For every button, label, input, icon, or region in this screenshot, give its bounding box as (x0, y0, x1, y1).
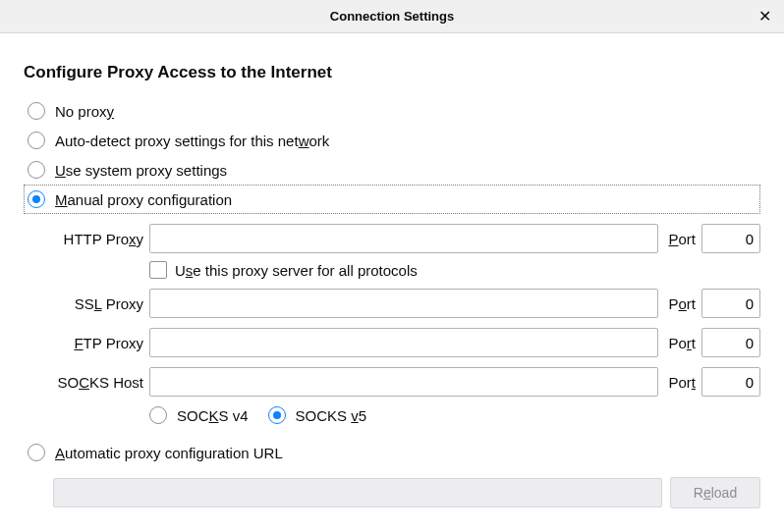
ssl-port-input[interactable] (701, 289, 760, 318)
dialog-content: Configure Proxy Access to the Internet N… (0, 33, 784, 520)
section-heading: Configure Proxy Access to the Internet (24, 63, 760, 82)
checkbox-icon (149, 261, 167, 279)
ftp-proxy-input[interactable] (149, 328, 658, 357)
radio-socks-v4[interactable]: SOCKS v4 (149, 406, 249, 424)
socks-host-label: SOCKS Host (53, 374, 143, 391)
radio-auto-detect[interactable]: Auto-detect proxy settings for this netw… (24, 126, 760, 155)
pac-row: Reload (53, 477, 760, 508)
radio-icon (28, 102, 45, 120)
radio-system-proxy[interactable]: Use system proxy settings (24, 155, 760, 185)
radio-auto-config-url[interactable]: Automatic proxy configuration URL (24, 438, 760, 467)
radio-no-proxy[interactable]: No proxy (24, 96, 760, 126)
ssl-port-label: Port (668, 295, 696, 312)
radio-label-manual-proxy: Manual proxy configuration (55, 191, 232, 208)
dialog-title: Connection Settings (330, 9, 454, 24)
socks-port-input[interactable] (701, 367, 760, 397)
socks-v4-label: SOCKS v4 (177, 407, 249, 424)
radio-icon (28, 161, 45, 179)
use-for-all-label: Use this proxy server for all protocols (175, 262, 418, 279)
ssl-proxy-row: SSL Proxy Port (53, 289, 760, 318)
radio-label-auto-config-url: Automatic proxy configuration URL (55, 445, 283, 461)
radio-label-auto-detect: Auto-detect proxy settings for this netw… (55, 133, 329, 149)
http-proxy-row: HTTP Proxy Port (53, 224, 760, 253)
socks-v5-label: SOCKS v5 (296, 407, 367, 424)
titlebar: Connection Settings ✕ (0, 0, 784, 33)
radio-label-system-proxy: Use system proxy settings (55, 162, 227, 179)
radio-manual-proxy[interactable]: Manual proxy configuration (24, 185, 760, 214)
radio-icon (149, 406, 167, 424)
socks-host-row: SOCKS Host Port (53, 367, 760, 397)
ftp-proxy-row: FTP Proxy Port (53, 328, 760, 357)
http-port-input[interactable] (701, 224, 760, 253)
close-icon: ✕ (758, 9, 771, 25)
pac-url-input (53, 478, 662, 507)
radio-icon (268, 406, 286, 424)
ftp-proxy-label: FTP Proxy (53, 335, 143, 351)
socks-version-row: SOCKS v4 SOCKS v5 (149, 406, 760, 424)
ftp-port-input[interactable] (701, 328, 760, 357)
radio-icon (28, 132, 45, 149)
radio-icon (28, 190, 45, 208)
reload-button: Reload (670, 477, 760, 508)
radio-socks-v5[interactable]: SOCKS v5 (268, 406, 367, 424)
radio-icon (28, 444, 45, 461)
ssl-proxy-input[interactable] (149, 289, 658, 318)
socks-port-label: Port (668, 374, 696, 391)
manual-proxy-fields: HTTP Proxy Port Use this proxy server fo… (53, 224, 760, 424)
socks-host-input[interactable] (149, 367, 658, 397)
http-proxy-input[interactable] (149, 224, 658, 253)
ssl-proxy-label: SSL Proxy (53, 295, 143, 312)
http-proxy-label: HTTP Proxy (53, 231, 143, 247)
use-for-all-row[interactable]: Use this proxy server for all protocols (149, 261, 760, 279)
http-port-label: Port (668, 231, 696, 247)
radio-label-no-proxy: No proxy (55, 103, 114, 120)
ftp-port-label: Port (668, 335, 696, 351)
close-button[interactable]: ✕ (753, 5, 776, 28)
